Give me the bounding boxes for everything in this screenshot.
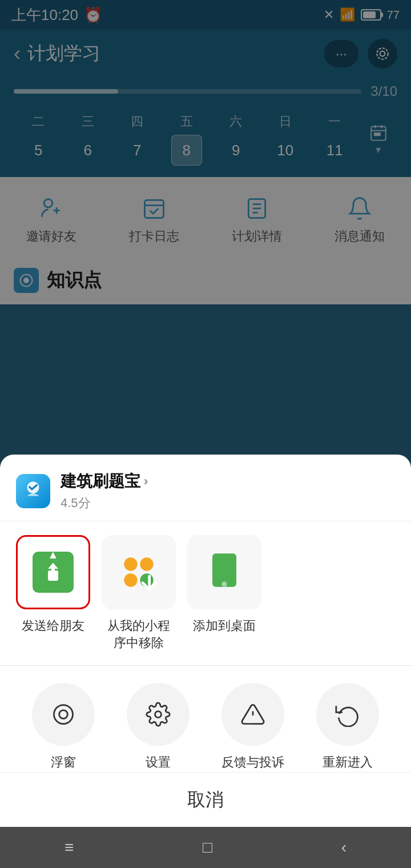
restart-icon (316, 683, 379, 746)
svg-point-24 (124, 573, 137, 586)
chevron-icon: › (144, 474, 148, 489)
cancel-section[interactable]: 取消 (0, 772, 411, 827)
add-desktop-label: 添加到桌面 (193, 617, 256, 634)
nav-home-icon: □ (203, 838, 212, 856)
svg-rect-20 (48, 570, 58, 581)
svg-point-28 (221, 581, 227, 586)
remove-miniapp-icon (119, 552, 159, 592)
mini-app-logo (16, 474, 50, 508)
add-desktop-icon (207, 552, 241, 592)
svg-point-30 (59, 710, 68, 719)
svg-point-29 (54, 705, 73, 724)
mini-app-rating: 4.5分 (61, 495, 148, 512)
nav-home-button[interactable]: □ (203, 838, 212, 857)
nav-bar: ≡ □ ‹ (0, 827, 411, 868)
nav-back-icon: ‹ (341, 838, 346, 856)
feedback-icon (221, 683, 284, 746)
svg-point-22 (124, 557, 137, 570)
svg-point-31 (155, 712, 162, 718)
settings-label: 设置 (146, 754, 171, 771)
send-friend-icon-box: ▲ (16, 535, 90, 609)
share-add-desktop[interactable]: 添加到桌面 (187, 535, 261, 634)
mini-app-name[interactable]: 建筑刷题宝 › (61, 471, 148, 492)
send-friend-icon: ▲ (33, 552, 74, 593)
settings-icon (127, 683, 190, 746)
remove-miniapp-icon-box (102, 535, 176, 609)
share-send-friend[interactable]: ▲ 发送给朋友 (16, 535, 90, 634)
modal-card: 建筑刷题宝 › 4.5分 ▲ 发送给 (0, 455, 411, 811)
share-remove-miniapp[interactable]: 从我的小程 序中移除 (102, 535, 176, 652)
mini-app-info: 建筑刷题宝 › 4.5分 (61, 471, 148, 512)
svg-point-23 (140, 557, 153, 570)
remove-miniapp-label: 从我的小程 序中移除 (107, 617, 170, 652)
svg-point-25 (140, 573, 153, 586)
add-desktop-icon-box (187, 535, 261, 609)
mini-app-header: 建筑刷题宝 › 4.5分 (0, 455, 411, 521)
float-label: 浮窗 (51, 754, 76, 771)
nav-back-button[interactable]: ‹ (341, 838, 346, 857)
nav-menu-button[interactable]: ≡ (65, 838, 74, 857)
share-options-row: ▲ 发送给朋友 从我的小程 序中移除 (0, 521, 411, 665)
svg-marker-21 (48, 563, 58, 571)
float-icon (32, 683, 95, 746)
send-friend-label: 发送给朋友 (22, 617, 84, 634)
cancel-text[interactable]: 取消 (187, 787, 224, 813)
feedback-label: 反馈与投诉 (221, 754, 284, 771)
nav-menu-icon: ≡ (65, 838, 74, 856)
